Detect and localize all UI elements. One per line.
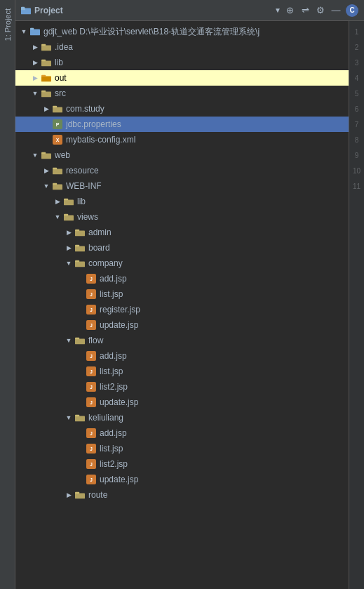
svg-rect-21 (64, 199, 74, 205)
vertical-tab[interactable]: 1: Project (0, 0, 15, 589)
arrow-resource[interactable] (41, 165, 52, 176)
line-number-10: 10 (349, 163, 364, 178)
line-number-9: 9 (349, 147, 364, 163)
tree-item-flow-list2[interactable]: Jlist2.jsp (15, 379, 349, 395)
svg-rect-26 (75, 230, 79, 232)
tree-item-com-study[interactable]: com.study (15, 101, 349, 117)
line-number-1: 1 (349, 24, 364, 39)
label-views: views (77, 212, 98, 222)
folder-icon (74, 242, 86, 253)
svg-rect-24 (64, 214, 68, 216)
arrow-admin[interactable] (63, 227, 74, 238)
dropdown-arrow[interactable]: ▼ (274, 6, 281, 14)
tree-item-keli-list[interactable]: Jlist.jsp (15, 441, 349, 456)
tree-item-company[interactable]: company (15, 256, 349, 271)
arrow-route[interactable] (63, 489, 74, 501)
line-number-2: 2 (349, 39, 364, 55)
label-flow-list: list.jsp (100, 366, 123, 376)
line-number-5: 5 (349, 86, 364, 101)
svg-rect-31 (75, 338, 85, 344)
tree-item-jdbc-props[interactable]: Pjdbc.properties (15, 117, 349, 132)
tree-item-resource[interactable]: resource (15, 163, 349, 178)
tree-item-flow[interactable]: flow (15, 333, 349, 348)
tree-item-keliuliang[interactable]: keliuliang (15, 410, 349, 425)
arrow-src[interactable] (29, 88, 41, 99)
close-button[interactable]: C (346, 4, 358, 17)
arrow-company[interactable] (63, 258, 74, 269)
jsp-file-icon: J (86, 319, 97, 331)
folder-orange-icon (41, 72, 52, 84)
folder-icon (63, 196, 74, 207)
globe-button[interactable]: ⊕ (284, 5, 295, 16)
folder-icon (41, 41, 52, 53)
tree-item-company-register[interactable]: Jregister.jsp (15, 302, 349, 317)
label-idea: .idea (55, 42, 73, 52)
tree-item-company-list[interactable]: Jlist.jsp (15, 286, 349, 302)
tree-item-root[interactable]: gdjt_web D:\毕业设计\servlet\B18-轨道交通客流管理系统\… (15, 24, 349, 39)
tree-item-mybatis-config[interactable]: Xmybatis-config.xml (15, 132, 349, 147)
line-number-11: 11 (349, 178, 364, 194)
svg-rect-6 (41, 44, 46, 46)
tree-item-keli-add[interactable]: Jadd.jsp (15, 425, 349, 441)
jsp-file-icon: J (86, 458, 97, 470)
jsp-file-icon: J (86, 474, 97, 485)
tree-item-admin[interactable]: admin (15, 225, 349, 240)
tree-item-flow-add[interactable]: Jadd.jsp (15, 348, 349, 364)
label-com-study: com.study (66, 104, 105, 114)
tree-item-flow-update[interactable]: Jupdate.jsp (15, 395, 349, 410)
tree-item-src[interactable]: src (15, 86, 349, 101)
vertical-tab-label[interactable]: 1: Project (1, 3, 14, 46)
tree-item-lib[interactable]: lib (15, 55, 349, 70)
arrow-web-inf[interactable] (41, 180, 52, 192)
svg-rect-17 (53, 168, 62, 174)
tree-item-route[interactable]: route (15, 487, 349, 503)
label-company: company (88, 258, 123, 268)
tree-item-keli-update[interactable]: Jupdate.jsp (15, 472, 349, 487)
label-flow-list2: list2.jsp (100, 382, 128, 392)
arrow-web-inf-lib[interactable] (52, 196, 63, 207)
file-tree[interactable]: gdjt_web D:\毕业设计\servlet\B18-轨道交通客流管理系统\… (15, 21, 349, 589)
minimize-button[interactable]: — (330, 5, 342, 16)
tree-item-out[interactable]: out (15, 70, 349, 86)
tree-item-idea[interactable]: .idea (15, 39, 349, 55)
arrow-flow[interactable] (63, 335, 74, 346)
tree-item-flow-list[interactable]: Jlist.jsp (15, 364, 349, 379)
label-keli-list2: list2.jsp (100, 459, 128, 469)
jsp-file-icon: J (86, 397, 97, 408)
tree-item-board[interactable]: board (15, 240, 349, 256)
arrow-web[interactable] (29, 150, 41, 161)
arrow-board[interactable] (63, 242, 74, 253)
tree-item-keli-list2[interactable]: Jlist2.jsp (15, 456, 349, 472)
label-web: web (55, 150, 70, 160)
tree-item-company-update[interactable]: Jupdate.jsp (15, 317, 349, 333)
arrow-lib[interactable] (29, 57, 41, 68)
label-out: out (55, 73, 67, 83)
split-button[interactable]: ⇌ (299, 5, 311, 16)
tree-item-company-add[interactable]: Jadd.jsp (15, 271, 349, 286)
jsp-file-icon: J (86, 428, 97, 439)
line-number-6: 6 (349, 101, 364, 117)
jsp-file-icon: J (86, 304, 97, 315)
line-numbers-panel: 1234567891011 (349, 21, 364, 589)
line-number-4: 4 (349, 70, 364, 86)
jsp-file-icon: J (86, 350, 97, 362)
svg-rect-4 (30, 28, 34, 30)
arrow-out[interactable] (29, 72, 41, 84)
svg-rect-32 (75, 338, 79, 340)
label-keli-update: update.jsp (100, 475, 138, 484)
tree-item-views[interactable]: views (15, 209, 349, 225)
line-number-3: 3 (349, 55, 364, 70)
tree-item-web-inf-lib[interactable]: lib (15, 194, 349, 209)
folder-icon (41, 88, 52, 99)
svg-rect-16 (41, 152, 46, 154)
tree-item-web-inf[interactable]: WEB-INF (15, 178, 349, 194)
arrow-views[interactable] (52, 211, 63, 223)
gear-button[interactable]: ⚙ (315, 5, 326, 16)
arrow-keliuliang[interactable] (63, 412, 74, 423)
jsp-file-icon: J (86, 366, 97, 377)
tree-item-web[interactable]: web (15, 147, 349, 163)
svg-rect-34 (75, 415, 79, 417)
arrow-root[interactable] (18, 26, 29, 37)
arrow-idea[interactable] (29, 41, 41, 53)
arrow-com-study[interactable] (41, 103, 52, 114)
